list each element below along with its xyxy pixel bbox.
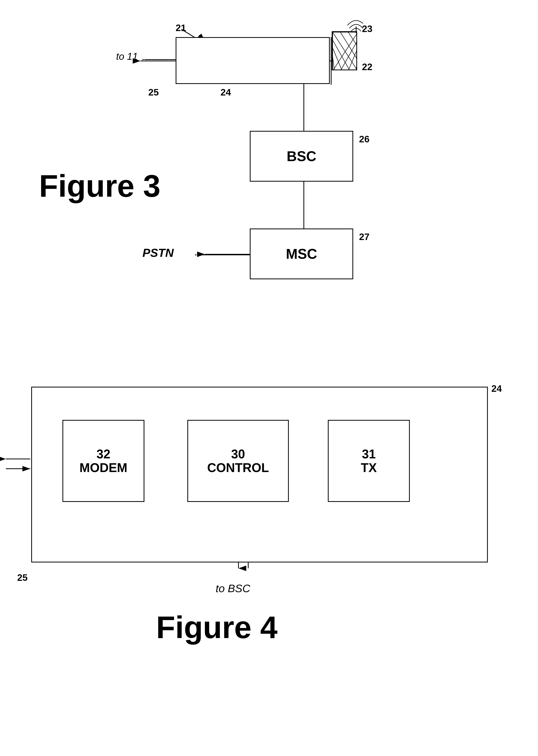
- label-21: 21: [176, 23, 186, 33]
- control-box: 30 CONTROL: [187, 420, 289, 502]
- bsc-label: BSC: [287, 148, 316, 164]
- label-22: 22: [362, 62, 372, 72]
- to11-label: to 11: [116, 51, 138, 62]
- bts-box: [176, 37, 330, 84]
- antenna-box: [332, 31, 357, 70]
- page: 21 to 11 25 24: [0, 0, 538, 756]
- figure4-container: 24 32 MODEM 30 CONTROL 31 TX 25 to BSC F…: [0, 375, 538, 756]
- label-24: 24: [221, 87, 231, 97]
- tx-number: 31: [362, 447, 376, 461]
- msc-box: MSC: [250, 228, 353, 279]
- tx-label: TX: [361, 461, 377, 474]
- bsc-box: BSC: [250, 131, 353, 182]
- label-25: 25: [148, 87, 159, 97]
- modem-box: 32 MODEM: [62, 420, 144, 502]
- label-27: 27: [359, 231, 369, 242]
- vline-bsc-msc: [303, 182, 304, 228]
- tobsc-label: to BSC: [216, 582, 250, 595]
- label-23: 23: [362, 24, 372, 34]
- control-number: 30: [231, 447, 245, 461]
- pstn-arrow-svg: [195, 248, 252, 262]
- figure3-title: Figure 3: [39, 168, 160, 204]
- vline-bts-bsc: [303, 84, 304, 131]
- antenna-crosshatch: [333, 32, 356, 70]
- figure4-title: Figure 4: [156, 609, 278, 645]
- antenna-symbol-svg: [348, 16, 363, 33]
- to11-arrow-svg: [142, 54, 178, 65]
- label-24-fig4: 24: [491, 383, 502, 394]
- msc-label: MSC: [286, 246, 317, 262]
- antenna-symbol: [348, 16, 363, 34]
- label-25-fig4: 25: [17, 572, 27, 583]
- modem-label: MODEM: [80, 461, 127, 474]
- tx-box: 31 TX: [328, 420, 410, 502]
- figure3-container: 21 to 11 25 24: [0, 12, 538, 334]
- modem-number: 32: [96, 447, 110, 461]
- pstn-label: PSTN: [142, 246, 174, 260]
- label-26: 26: [359, 134, 369, 145]
- control-label: CONTROL: [207, 461, 269, 474]
